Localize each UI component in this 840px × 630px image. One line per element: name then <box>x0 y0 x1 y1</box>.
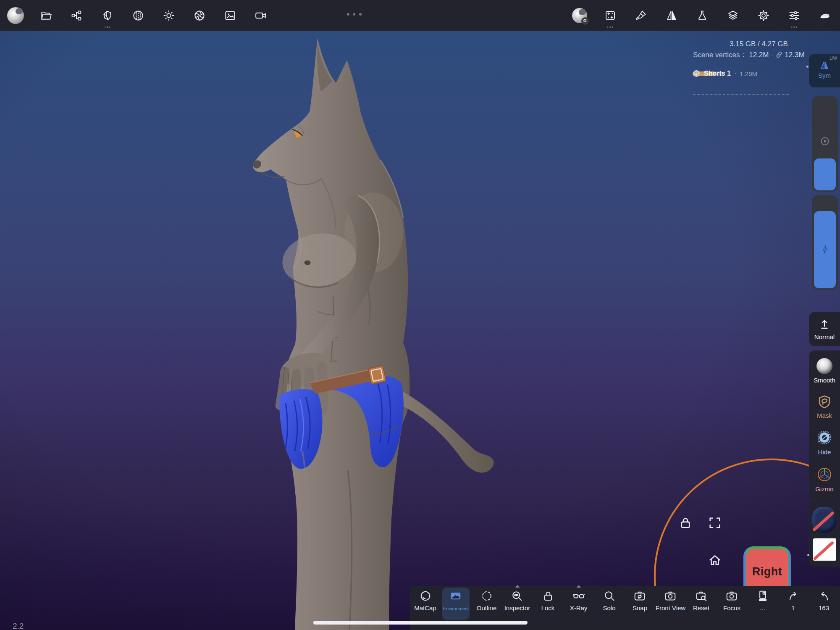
separator-dot: · <box>771 51 773 59</box>
sculpt-tools-button[interactable] <box>92 0 123 31</box>
tool-mask-button[interactable]: Mask <box>817 394 832 419</box>
sun-icon <box>163 9 175 22</box>
more-options-dots <box>791 26 797 28</box>
tool-label: Gizmo <box>815 485 833 493</box>
tool-normal-button[interactable]: Normal <box>809 312 840 346</box>
redo-count: 1 <box>791 604 795 612</box>
brush-intensity-slider[interactable] <box>812 195 838 290</box>
brush-intensity-thumb[interactable] <box>814 211 836 288</box>
texture-preview-button[interactable] <box>813 538 836 561</box>
experimental-button[interactable] <box>687 0 717 31</box>
tool-label: Hide <box>818 448 831 456</box>
matcap-sphere-icon: ⚙ <box>572 8 587 23</box>
normal-arrow-icon <box>818 318 831 331</box>
toolbar-item-label: Reset <box>693 604 709 612</box>
tool-hide-button[interactable]: Hide <box>816 429 833 456</box>
mask-shield-icon <box>817 394 832 409</box>
sliders-icon <box>788 9 801 22</box>
material-button[interactable]: ⚙ <box>564 0 595 31</box>
brush-settings-button[interactable] <box>779 0 809 31</box>
hide-dots-icon <box>816 429 833 446</box>
undo-button[interactable]: 163 <box>808 586 839 630</box>
brush-size-slider[interactable] <box>812 96 838 192</box>
scene-vertices-label: Scene vertices： <box>693 51 747 59</box>
app-window: 3.15 GB / 4.27 GB Scene vertices： 12.2M … <box>0 0 840 630</box>
flask-icon <box>696 9 709 22</box>
postprocess-button[interactable] <box>184 0 215 31</box>
inspector-eye-magnifier-icon <box>511 590 523 602</box>
video-camera-icon <box>255 9 267 22</box>
top-toolbar: ⚙ <box>0 0 840 31</box>
toolbar-item-label: Inspector <box>504 604 530 612</box>
undo-arrow-icon <box>818 590 830 602</box>
toolbar-item-label: MatCap <box>414 604 436 612</box>
material-gear-icon: ⚙ <box>581 17 589 25</box>
memory-usage-text: 3.15 GB / 4.27 GB <box>730 40 788 48</box>
panel-collapse-chevron[interactable]: ◂ <box>806 63 808 69</box>
scene-graph-button[interactable] <box>61 0 92 31</box>
xray-button[interactable]: X-Ray <box>563 586 594 630</box>
history-book-icon <box>756 590 769 602</box>
camera-icon <box>725 590 738 602</box>
linked-vertices-value: 12.3M <box>785 51 804 59</box>
dashed-circle-icon <box>480 590 493 602</box>
panel-caret-icon <box>515 585 520 588</box>
fullscreen-button[interactable] <box>708 516 722 530</box>
gear-icon <box>757 9 770 22</box>
folder-icon <box>40 9 52 22</box>
history-button[interactable]: ... <box>747 586 778 630</box>
home-view-button[interactable] <box>708 553 722 567</box>
more-menu-icon[interactable] <box>347 13 362 16</box>
tool-gizmo-button[interactable]: Gizmo <box>815 466 833 493</box>
material-preview-button[interactable] <box>812 507 837 533</box>
tool-label: Mask <box>817 412 832 419</box>
camera-settings-button[interactable] <box>245 0 276 31</box>
app-logo-icon <box>7 7 24 24</box>
brush-size-thumb[interactable] <box>814 158 836 190</box>
toolbar-item-label: Front View <box>656 604 685 612</box>
tool-panel: Smooth Mask Hide <box>809 351 840 500</box>
gizmo-axes-icon <box>816 466 833 483</box>
sculpt-viewport[interactable]: 3.15 GB / 4.27 GB Scene vertices： 12.2M … <box>0 31 840 630</box>
more-options-dots <box>607 26 613 28</box>
stone-icon <box>101 9 114 22</box>
lock-button[interactable]: Lock <box>533 586 563 630</box>
smooth-sphere-icon <box>816 358 832 374</box>
settings-button[interactable] <box>748 0 779 31</box>
camera-icon <box>664 590 677 602</box>
stats-separator <box>693 94 789 95</box>
stamps-dice-icon <box>604 9 617 22</box>
painting-button[interactable] <box>625 0 656 31</box>
link-icon <box>775 51 783 58</box>
snap-camera-icon <box>633 590 646 602</box>
sym-label: Sym <box>818 72 831 79</box>
node-graph-icon <box>71 9 83 22</box>
brush-preview-button[interactable] <box>809 0 840 31</box>
mesh-sphere-icon <box>692 69 701 78</box>
home-indicator[interactable] <box>313 621 528 625</box>
symmetry-toggle-button[interactable]: L/W Sym <box>809 54 840 87</box>
background-button[interactable] <box>215 0 245 31</box>
camera-lock-button[interactable] <box>678 516 693 530</box>
selected-mesh-row[interactable]: Shorts 1 · 1.29M <box>692 69 757 78</box>
environment-panorama-icon <box>449 590 462 602</box>
snap-button[interactable]: Snap <box>625 586 655 630</box>
sym-corner-label: L/W <box>830 56 837 61</box>
layers-button[interactable] <box>717 0 748 31</box>
topology-button[interactable] <box>123 0 153 31</box>
redo-button[interactable]: 1 <box>778 586 808 630</box>
app-logo-button[interactable] <box>0 0 31 31</box>
front-view-button[interactable]: Front View <box>655 586 686 630</box>
solo-button[interactable]: Solo <box>594 586 625 630</box>
tool-smooth-button[interactable]: Smooth <box>814 358 835 384</box>
clay-pebble-icon <box>819 9 831 22</box>
scene-vertices-row: Scene vertices： 12.2M · 12.3M <box>693 50 805 60</box>
files-button[interactable] <box>31 0 61 31</box>
reset-button[interactable]: Reset <box>686 586 717 630</box>
panel-collapse-chevron[interactable]: ◂ <box>806 551 809 558</box>
lighting-button[interactable] <box>153 0 184 31</box>
stamps-button[interactable] <box>595 0 625 31</box>
symmetry-button[interactable] <box>656 0 687 31</box>
mesh-name: Shorts 1 <box>704 70 731 77</box>
focus-button[interactable]: Focus <box>717 586 747 630</box>
